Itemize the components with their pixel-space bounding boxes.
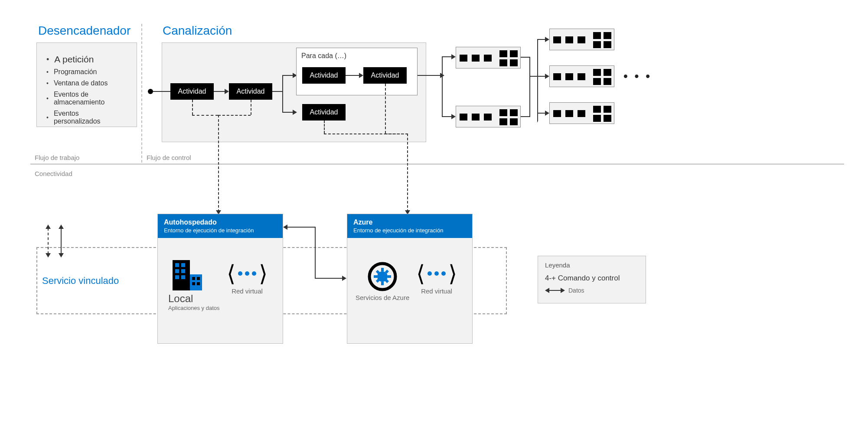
section-divider <box>141 24 142 163</box>
svg-rect-4 <box>181 269 185 273</box>
azure-services-label: Servicios de Azure <box>356 294 409 301</box>
fanout2-b-arrow <box>545 111 549 116</box>
fe-inner-arrow <box>359 73 363 78</box>
azure-sub: Entorno de ejecución de integración <box>353 227 466 234</box>
trigger-item-storage: Eventos de almacenamiento <box>46 91 127 106</box>
trigger-item-window: Ventana de datos <box>46 79 127 87</box>
fe-inner-line <box>346 75 361 76</box>
dash-a3-down <box>324 121 325 134</box>
svg-rect-6 <box>181 275 185 279</box>
fanout2-mid <box>529 76 538 77</box>
trigger-item-ondemand: A petición <box>46 54 127 65</box>
svg-rect-10 <box>192 282 195 285</box>
ir-link-arrow-l <box>283 225 287 230</box>
separator-line <box>30 164 844 164</box>
mini-pipe-c2-3 <box>549 102 614 124</box>
dash-a2-down <box>251 100 251 115</box>
local-icon: Local Aplicaciones y datos <box>168 258 220 311</box>
azure-header: Azure Entorno de ejecución de integració… <box>347 214 472 238</box>
noop <box>537 121 538 122</box>
svg-rect-16 <box>374 275 377 278</box>
local-sub: Aplicaciones y datos <box>168 305 220 311</box>
svg-rect-1 <box>175 263 179 267</box>
a2-bot-arrow <box>293 110 297 115</box>
fanout2-merge-v <box>529 57 530 117</box>
mini-pipe-c2-1 <box>549 29 614 50</box>
linked-service-title: Servicio vinculado <box>42 275 119 287</box>
trigger-list: A petición Programación Ventana de datos… <box>37 43 137 137</box>
azure-title: Azure <box>353 218 466 226</box>
mini-pipe-c2-2 <box>549 65 614 87</box>
mc1t-out <box>521 57 530 58</box>
legend-box: Leyenda 4-+ Comando y control Datos <box>538 256 646 303</box>
fanout2-v <box>537 39 538 121</box>
svg-rect-14 <box>381 268 384 271</box>
vnet-label-selfhosted: Red virtual <box>232 287 263 295</box>
fanout1-bot-arrow <box>451 114 456 119</box>
vnet-icon-azure: ⟨ ⟩ Red virtual <box>416 262 457 295</box>
dash-fe2-down <box>385 84 386 134</box>
mc1b-out <box>521 116 530 117</box>
fe-out-line <box>418 75 442 76</box>
vnet-icon-selfhosted: ⟨ ⟩ Red virtual <box>227 262 268 295</box>
legend-title: Leyenda <box>545 261 639 269</box>
legend-data-row: Datos <box>545 287 639 294</box>
svg-rect-9 <box>197 277 200 280</box>
trigger-title: Desencadenador <box>38 24 131 38</box>
mini-pipe-c1-bot <box>456 106 521 127</box>
vnet-label-azure: Red virtual <box>421 287 452 295</box>
fanout2-t-arrow <box>545 37 549 42</box>
ir-link-bot <box>315 278 343 279</box>
svg-rect-7 <box>190 274 202 290</box>
label-controlflow: Flujo de control <box>147 154 191 161</box>
a2-branch-h <box>272 91 283 92</box>
svg-rect-17 <box>388 275 391 278</box>
fanout1-v <box>442 56 443 117</box>
activity-2: Actividad <box>229 83 272 100</box>
double-arrow-icon <box>545 288 565 293</box>
ir-link-arrow-r <box>342 276 346 281</box>
legend-data-label: Datos <box>568 287 584 294</box>
dash-a1-long <box>218 115 219 212</box>
label-connectivity: Conectividad <box>35 170 72 177</box>
svg-rect-15 <box>381 282 384 285</box>
selfhosted-title: Autohospedado <box>164 218 277 226</box>
legend-cmd: 4-+ Comando y control <box>545 274 639 283</box>
arrow-start <box>153 91 170 92</box>
ellipsis-icon: • • • <box>623 69 652 83</box>
label-workflow: Flujo de trabajo <box>35 154 79 161</box>
svg-rect-2 <box>181 263 185 267</box>
dash-merge-h2 <box>385 134 408 134</box>
activity-3: Actividad <box>302 104 346 121</box>
svg-rect-8 <box>192 277 195 280</box>
trigger-box: A petición Programación Ventana de datos… <box>36 42 137 127</box>
azure-services-icon: Servicios de Azure <box>356 259 409 301</box>
fanout1-top-arrow <box>451 54 456 59</box>
mini-pipe-c1-top <box>456 47 521 68</box>
selfhosted-header: Autohospedado Entorno de ejecución de in… <box>158 214 283 238</box>
svg-rect-11 <box>197 282 200 285</box>
ir-link-top <box>287 227 316 228</box>
selfhosted-sub: Entorno de ejecución de integración <box>164 227 277 234</box>
a2-branch-v <box>282 75 283 112</box>
ir-link-v <box>315 227 316 279</box>
activity-1: Actividad <box>170 83 214 100</box>
local-title: Local <box>168 293 193 305</box>
dash-a1-down <box>192 100 193 115</box>
a1-a2-arrow <box>225 89 229 94</box>
start-dot <box>148 89 153 94</box>
activity-fe2: Actividad <box>363 67 407 84</box>
dash-a1-h <box>192 115 218 116</box>
trigger-item-custom: Eventos personalizados <box>46 110 127 125</box>
svg-rect-3 <box>175 269 179 273</box>
dash-a2-h <box>218 115 251 116</box>
activity-fe1: Actividad <box>302 67 346 84</box>
fanout2-m-arrow <box>545 74 549 79</box>
trigger-item-schedule: Programación <box>46 68 127 76</box>
svg-rect-5 <box>175 275 179 279</box>
foreach-label: Para cada (…) <box>301 52 346 60</box>
pipeline-title: Canalización <box>163 24 232 38</box>
dash-az-down <box>407 134 408 212</box>
